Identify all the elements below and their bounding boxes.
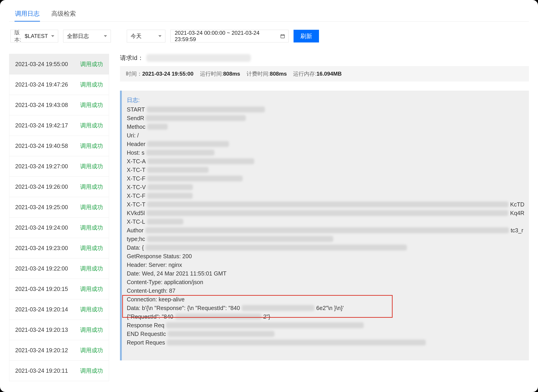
time-range-select[interactable]: 今天 (127, 30, 165, 42)
log-line: KVkd5lKq4R (127, 209, 524, 217)
log-item[interactable]: 2021-03-24 19:20:13调用成功 (9, 320, 109, 340)
date-range-input[interactable]: 2021-03-24 00:00:00 ~ 2021-03-24 23:59:5… (170, 30, 289, 42)
meta-row: 时间：2021-03-24 19:55:00 运行时间:808ms 计费时间:8… (120, 66, 529, 82)
main-content: 2021-03-24 19:55:00调用成功2021-03-24 19:47:… (9, 54, 529, 381)
redacted-segment (147, 107, 265, 112)
chevron-down-icon (158, 35, 162, 37)
log-item-status: 调用成功 (80, 306, 103, 313)
tab-advanced-search[interactable]: 高级检索 (51, 8, 76, 21)
redacted-segment (242, 305, 314, 311)
redacted-segment (147, 141, 229, 147)
log-line-text: Connection: keep-alive (127, 295, 184, 304)
log-line: GetResponse Status: 200 (127, 252, 524, 261)
log-item[interactable]: 2021-03-24 19:47:26调用成功 (9, 74, 109, 95)
log-line: Data: b'{\n "Response": {\n "RequestId":… (127, 304, 524, 312)
log-item-status: 调用成功 (80, 101, 103, 109)
log-title: 日志: (127, 96, 524, 104)
log-item[interactable]: 2021-03-24 19:40:58调用成功 (9, 135, 109, 156)
request-id-row: 请求Id： (120, 54, 529, 62)
log-item[interactable]: 2021-03-24 19:24:00调用成功 (9, 217, 109, 238)
detail-panel: 请求Id： 时间：2021-03-24 19:55:00 运行时间:808ms … (120, 54, 529, 360)
log-line-text: Methoc (127, 122, 145, 131)
date-range-value: 2021-03-24 00:00:00 ~ 2021-03-24 23:59:5… (175, 30, 277, 42)
log-item[interactable]: 2021-03-24 19:20:14调用成功 (9, 299, 109, 320)
log-item-timestamp: 2021-03-24 19:20:14 (15, 306, 68, 313)
meta-memory: 运行内存:16.094MB (293, 70, 342, 77)
log-item[interactable]: 2021-03-24 19:55:00调用成功 (9, 54, 109, 74)
log-line: {"RequestId": "8402"} (127, 312, 524, 321)
version-value: $LATEST (25, 33, 48, 39)
log-line: X-TC-V (127, 183, 524, 191)
refresh-button[interactable]: 刷新 (294, 30, 319, 42)
log-line-text: 2"} (263, 312, 270, 321)
log-item[interactable]: 2021-03-24 19:42:17调用成功 (9, 115, 109, 135)
log-line-text: X-TC-V (127, 183, 146, 191)
log-line-text: Date: Wed, 24 Mar 2021 11:55:01 GMT (127, 269, 226, 278)
log-item[interactable]: 2021-03-24 19:25:00调用成功 (9, 197, 109, 217)
log-item[interactable]: 2021-03-24 19:27:00调用成功 (9, 156, 109, 177)
log-line: X-TC-T (127, 166, 524, 174)
redacted-segment (146, 150, 215, 156)
log-item-status: 调用成功 (80, 244, 103, 252)
log-line: Report Reques (127, 338, 524, 347)
calendar-icon (280, 34, 285, 39)
log-line: Content-Length: 87 (127, 286, 524, 295)
log-line: X-TC-TKcTD (127, 200, 524, 209)
log-line: X-TC-F (127, 174, 524, 183)
log-item-timestamp: 2021-03-24 19:23:00 (15, 245, 68, 252)
redacted-segment (175, 314, 262, 320)
request-id-label: 请求Id： (120, 54, 144, 62)
redacted-segment (147, 158, 254, 164)
redacted-segment (147, 219, 183, 225)
app-window: 调用日志 高级检索 版本: $LATEST 全部日志 今天 2021-03-24… (0, 0, 538, 392)
log-item[interactable]: 2021-03-24 19:22:00调用成功 (9, 258, 109, 279)
log-item-status: 调用成功 (80, 183, 103, 191)
redacted-segment (146, 210, 508, 216)
log-line-text: X-TC-T (127, 200, 145, 209)
log-line-text: X-TC-A (127, 157, 146, 166)
log-item[interactable]: 2021-03-24 19:23:00调用成功 (9, 238, 109, 258)
log-item[interactable]: 2021-03-24 19:20:12调用成功 (9, 340, 109, 360)
log-line-text: Kq4R (510, 209, 524, 217)
log-line-text: Host: s (127, 148, 145, 157)
log-line: Host: s (127, 148, 524, 157)
tab-call-logs[interactable]: 调用日志 (14, 8, 40, 21)
log-item-timestamp: 2021-03-24 19:40:58 (15, 143, 68, 149)
log-item-timestamp: 2021-03-24 19:20:11 (15, 368, 68, 374)
log-line: Date: Wed, 24 Mar 2021 11:55:01 GMT (127, 269, 524, 278)
log-item-status: 调用成功 (80, 326, 103, 334)
controls-row: 版本: $LATEST 全部日志 今天 2021-03-24 00:00:00 … (9, 30, 529, 42)
meta-billtime: 计费时间:808ms (247, 70, 287, 77)
log-item-status: 调用成功 (80, 224, 103, 231)
log-item-timestamp: 2021-03-24 19:25:00 (15, 204, 68, 210)
log-item[interactable]: 2021-03-24 19:20:15调用成功 (9, 279, 109, 299)
log-line-text: KVkd5l (127, 209, 145, 217)
log-item-timestamp: 2021-03-24 19:27:00 (15, 163, 68, 170)
log-item[interactable]: 2021-03-24 19:26:00调用成功 (9, 177, 109, 197)
log-item-status: 调用成功 (80, 204, 103, 211)
log-line-text: Content-Type: application/json (127, 278, 203, 286)
log-line: Content-Type: application/json (127, 278, 524, 286)
redacted-segment (147, 124, 168, 130)
log-line-text: X-TC-L (127, 217, 145, 226)
log-line-text: Content-Length: 87 (127, 286, 175, 295)
log-line: X-TC-F (127, 191, 524, 200)
log-line-text: Author (127, 226, 144, 235)
log-item-status: 调用成功 (80, 367, 103, 374)
log-item[interactable]: 2021-03-24 19:20:11调用成功 (9, 360, 109, 381)
log-item-timestamp: 2021-03-24 19:24:00 (15, 224, 68, 231)
tab-bar: 调用日志 高级检索 (9, 8, 529, 22)
log-line: Header (127, 140, 524, 148)
log-line-text: GetResponse Status: 200 (127, 252, 192, 261)
log-line-text: Report Reques (127, 338, 165, 347)
log-item-status: 调用成功 (80, 61, 103, 68)
log-line-text: Response Req (127, 321, 164, 330)
version-select[interactable]: 版本: $LATEST (10, 30, 58, 42)
log-line-text: {"RequestId": "840 (127, 312, 173, 321)
log-type-select[interactable]: 全部日志 (63, 30, 111, 42)
log-line: X-TC-L (127, 217, 524, 226)
log-item[interactable]: 2021-03-24 19:43:08调用成功 (9, 95, 109, 115)
log-item-timestamp: 2021-03-24 19:26:00 (15, 183, 68, 190)
log-item-timestamp: 2021-03-24 19:22:00 (15, 265, 68, 272)
log-item-status: 调用成功 (80, 265, 103, 272)
